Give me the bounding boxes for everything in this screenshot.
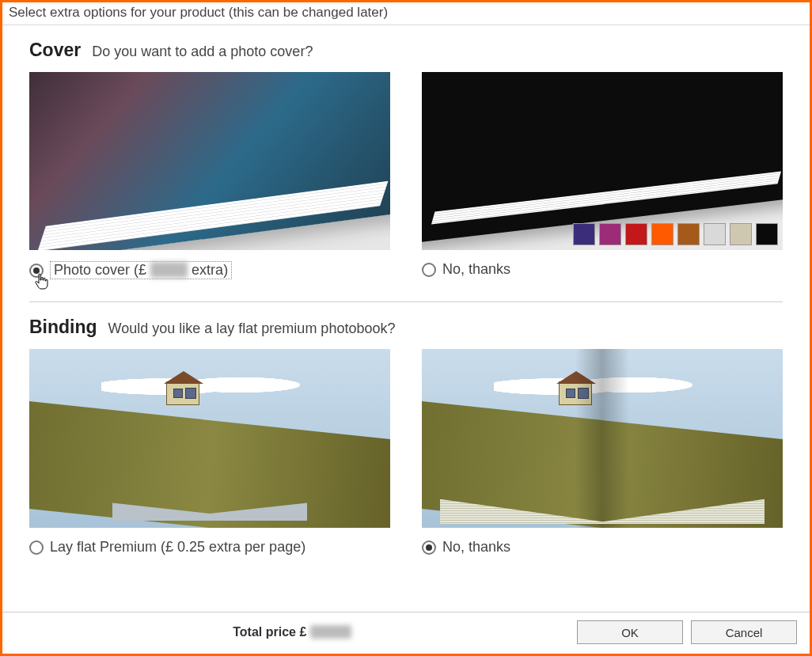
- photo-cover-preview[interactable]: [29, 72, 390, 250]
- cover-option-photo: Photo cover (£ 0.00 extra): [29, 72, 390, 279]
- photo-cover-label-suffix: extra): [188, 262, 228, 278]
- layflat-preview[interactable]: [29, 349, 390, 528]
- no-binding-label: No, thanks: [442, 539, 510, 556]
- radio-photo-cover[interactable]: Photo cover (£ 0.00 extra): [29, 261, 390, 279]
- no-cover-label: No, thanks: [442, 261, 510, 278]
- radio-icon: [29, 264, 44, 278]
- swatch[interactable]: [704, 223, 726, 245]
- binding-options-row: Lay flat Premium (£ 0.25 extra per page)…: [29, 349, 783, 556]
- dialog-footer: Total price £ 00.00 OK Cancel: [2, 612, 810, 654]
- photo-cover-label-focus: Photo cover (£ 0.00 extra): [50, 261, 232, 279]
- section-divider: [29, 301, 783, 302]
- total-price: Total price £ 00.00: [15, 625, 569, 639]
- photo-cover-price-blurred: 0.00: [150, 262, 188, 278]
- radio-layflat[interactable]: Lay flat Premium (£ 0.25 extra per page): [29, 539, 390, 556]
- cover-question: Do you want to add a photo cover?: [92, 44, 313, 60]
- swatch[interactable]: [599, 223, 621, 245]
- binding-question: Would you like a lay flat premium photob…: [108, 320, 396, 337]
- binding-option-none: No, thanks: [422, 349, 783, 556]
- binding-header: Binding Would you like a lay flat premiu…: [29, 317, 783, 338]
- swatch[interactable]: [756, 223, 778, 245]
- radio-icon: [422, 540, 436, 555]
- total-label: Total price £: [233, 625, 310, 639]
- radio-icon: [29, 540, 44, 555]
- swatch[interactable]: [677, 223, 700, 245]
- radio-no-cover[interactable]: No, thanks: [422, 261, 783, 278]
- color-swatches: [573, 223, 778, 245]
- options-dialog: Select extra options for your product (t…: [0, 0, 812, 656]
- regular-binding-preview[interactable]: [422, 349, 783, 528]
- swatch[interactable]: [730, 223, 752, 245]
- dialog-content: Cover Do you want to add a photo cover? …: [2, 25, 810, 612]
- cover-option-none: No, thanks: [422, 72, 783, 279]
- cover-title: Cover: [29, 40, 81, 61]
- total-price-blurred: 00.00: [310, 625, 351, 639]
- cover-options-row: Photo cover (£ 0.00 extra): [29, 72, 783, 279]
- plain-cover-preview[interactable]: [422, 72, 783, 250]
- binding-title: Binding: [29, 317, 97, 338]
- radio-no-binding[interactable]: No, thanks: [422, 539, 783, 556]
- ok-button[interactable]: OK: [577, 620, 683, 644]
- binding-option-layflat: Lay flat Premium (£ 0.25 extra per page): [29, 349, 390, 556]
- dialog-title: Select extra options for your product (t…: [2, 2, 810, 25]
- swatch[interactable]: [651, 223, 674, 245]
- cover-header: Cover Do you want to add a photo cover?: [29, 40, 783, 61]
- photo-cover-label-prefix: Photo cover (£: [54, 262, 150, 278]
- radio-icon: [422, 263, 436, 277]
- swatch[interactable]: [625, 223, 647, 245]
- layflat-label: Lay flat Premium (£ 0.25 extra per page): [50, 539, 305, 556]
- swatch[interactable]: [573, 223, 595, 245]
- cancel-button[interactable]: Cancel: [691, 620, 797, 644]
